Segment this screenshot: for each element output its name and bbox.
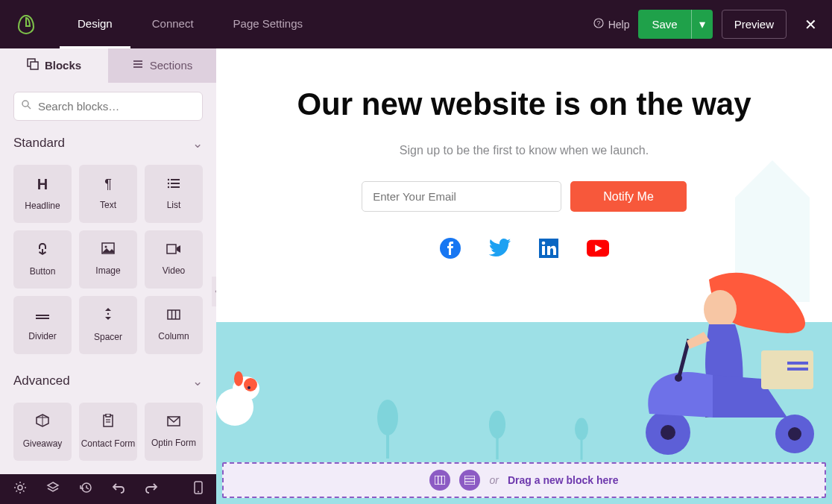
undo-icon[interactable] — [112, 482, 125, 497]
svg-point-37 — [542, 242, 546, 245]
svg-rect-21 — [168, 310, 180, 319]
svg-point-16 — [105, 246, 107, 248]
svg-line-8 — [28, 106, 31, 109]
chevron-down-icon: ⌄ — [192, 374, 203, 389]
tab-blocks-label: Blocks — [45, 59, 81, 72]
social-linkedin[interactable] — [538, 237, 560, 259]
divider-icon — [36, 308, 49, 324]
svg-line-47 — [679, 339, 689, 377]
headline-icon: H — [37, 176, 48, 193]
block-text-label: Text — [100, 200, 116, 210]
group-standard-header[interactable]: Standard ⌄ — [0, 130, 216, 157]
sections-icon — [132, 58, 144, 72]
canvas[interactable]: Our new website is on the way Sign up to… — [216, 48, 832, 504]
block-image[interactable]: Image — [79, 230, 137, 289]
svg-point-52 — [234, 371, 243, 386]
mobile-preview-icon[interactable] — [194, 481, 203, 497]
block-column-label: Column — [158, 331, 189, 341]
column-icon — [167, 308, 180, 324]
tree-illustration — [373, 395, 403, 462]
redo-icon[interactable] — [145, 482, 158, 497]
tree-illustration — [485, 406, 510, 463]
tab-sections-label: Sections — [150, 59, 193, 72]
optin-form[interactable]: Notify Me — [246, 181, 802, 212]
svg-rect-63 — [464, 476, 475, 485]
svg-rect-3 — [31, 62, 38, 69]
close-button[interactable]: ✕ — [804, 16, 817, 34]
notify-button[interactable]: Notify Me — [570, 181, 687, 212]
giveaway-icon — [35, 414, 50, 431]
block-contact-form[interactable]: Contact Form — [79, 403, 137, 461]
blocks-icon — [27, 58, 39, 72]
contact-form-icon — [102, 414, 114, 431]
svg-point-20 — [107, 313, 109, 315]
block-column[interactable]: Column — [145, 296, 203, 354]
app-logo[interactable] — [15, 13, 37, 36]
svg-rect-36 — [542, 246, 545, 255]
block-optin-form[interactable]: Optin Form — [145, 403, 203, 461]
social-twitter[interactable] — [488, 237, 511, 259]
dropzone[interactable]: or Drag a new block here — [222, 462, 826, 498]
svg-rect-10 — [171, 179, 180, 180]
svg-point-53 — [248, 386, 250, 389]
block-headline-label: Headline — [25, 201, 60, 211]
block-video[interactable]: Video — [145, 230, 203, 289]
tree-illustration — [570, 412, 593, 463]
scooter-illustration — [616, 268, 832, 462]
help-link[interactable]: ? Help — [593, 18, 630, 31]
email-input[interactable] — [362, 181, 561, 212]
save-dropdown[interactable]: ▾ — [691, 10, 713, 39]
block-divider[interactable]: Divider — [13, 296, 72, 354]
image-icon — [101, 242, 115, 258]
svg-rect-57 — [496, 434, 498, 459]
svg-point-29 — [18, 485, 22, 490]
svg-rect-45 — [787, 362, 808, 365]
search-icon — [21, 99, 31, 113]
dropzone-row-button[interactable] — [459, 470, 480, 491]
svg-rect-12 — [171, 183, 180, 184]
svg-point-58 — [575, 418, 588, 440]
search-input[interactable] — [13, 92, 203, 121]
caret-down-icon: ▾ — [699, 18, 705, 31]
social-youtube[interactable] — [587, 237, 609, 259]
hero-subtext[interactable]: Sign up to be the first to know when we … — [246, 144, 802, 157]
svg-point-32 — [198, 491, 199, 492]
block-spacer[interactable]: Spacer — [79, 296, 137, 354]
svg-rect-19 — [36, 318, 49, 319]
svg-point-13 — [168, 186, 169, 188]
svg-point-9 — [168, 179, 169, 180]
nav-design[interactable]: Design — [60, 1, 130, 48]
block-spacer-label: Spacer — [94, 332, 122, 342]
tab-sections[interactable]: Sections — [108, 48, 216, 83]
block-button-label: Button — [30, 266, 56, 277]
nav-page-settings[interactable]: Page Settings — [215, 1, 321, 48]
block-button[interactable]: Button — [13, 230, 72, 289]
chevron-down-icon: ⌄ — [192, 136, 203, 151]
svg-rect-25 — [106, 414, 110, 417]
svg-rect-55 — [386, 429, 389, 459]
hero-headline[interactable]: Our new website is on the way — [246, 86, 802, 123]
group-advanced-header[interactable]: Advanced ⌄ — [0, 368, 216, 395]
preview-button[interactable]: Preview — [722, 10, 787, 39]
dropzone-column-button[interactable] — [429, 470, 450, 491]
tab-blocks[interactable]: Blocks — [0, 48, 108, 83]
save-button[interactable]: Save — [638, 10, 690, 39]
block-list-label: List — [167, 200, 181, 210]
nav-connect[interactable]: Connect — [134, 1, 212, 48]
block-headline[interactable]: HHeadline — [13, 165, 72, 223]
layers-icon[interactable] — [46, 481, 60, 497]
svg-rect-18 — [36, 315, 49, 316]
block-text[interactable]: ¶Text — [79, 165, 137, 223]
block-giveaway-label: Giveaway — [23, 438, 63, 449]
settings-icon[interactable] — [13, 481, 27, 497]
social-facebook[interactable] — [439, 237, 461, 259]
svg-point-43 — [788, 427, 801, 441]
spacer-icon — [103, 307, 113, 324]
block-giveaway[interactable]: Giveaway — [13, 403, 72, 461]
svg-rect-14 — [171, 186, 180, 188]
block-list[interactable]: List — [145, 165, 203, 223]
svg-point-48 — [675, 374, 682, 382]
help-icon: ? — [593, 18, 604, 31]
history-icon[interactable] — [79, 481, 92, 497]
block-divider-label: Divider — [28, 331, 56, 341]
